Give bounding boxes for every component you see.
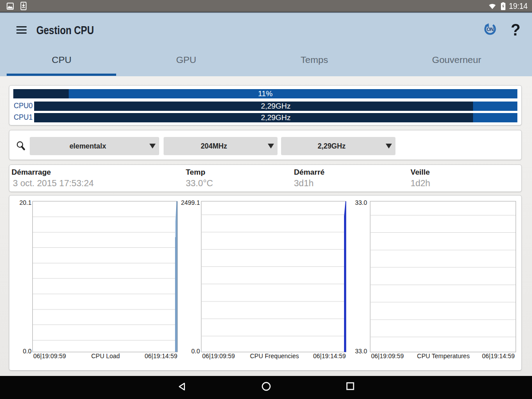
svg-text:06|19:14:59: 06|19:14:59 bbox=[482, 352, 515, 360]
svg-text:0.0: 0.0 bbox=[192, 348, 200, 355]
svg-text:06|19:14:59: 06|19:14:59 bbox=[313, 352, 346, 360]
svg-text:06|19:09:59: 06|19:09:59 bbox=[33, 352, 66, 360]
svg-text:CPU Frequencies: CPU Frequencies bbox=[250, 352, 299, 360]
svg-text:20.1: 20.1 bbox=[20, 199, 31, 206]
svg-text:06|19:09:59: 06|19:09:59 bbox=[371, 352, 404, 360]
svg-text:33.0: 33.0 bbox=[355, 199, 367, 206]
svg-text:ON: ON bbox=[487, 27, 494, 32]
svg-text:2499.1: 2499.1 bbox=[181, 199, 200, 206]
svg-text:CPU Load: CPU Load bbox=[91, 352, 120, 360]
svg-text:06|19:14:59: 06|19:14:59 bbox=[145, 352, 177, 360]
svg-text:06|19:09:59: 06|19:09:59 bbox=[202, 352, 235, 360]
svg-text:33.0: 33.0 bbox=[355, 348, 367, 355]
svg-text:0.0: 0.0 bbox=[23, 348, 32, 355]
svg-text:CPU Temperatures: CPU Temperatures bbox=[417, 352, 470, 360]
